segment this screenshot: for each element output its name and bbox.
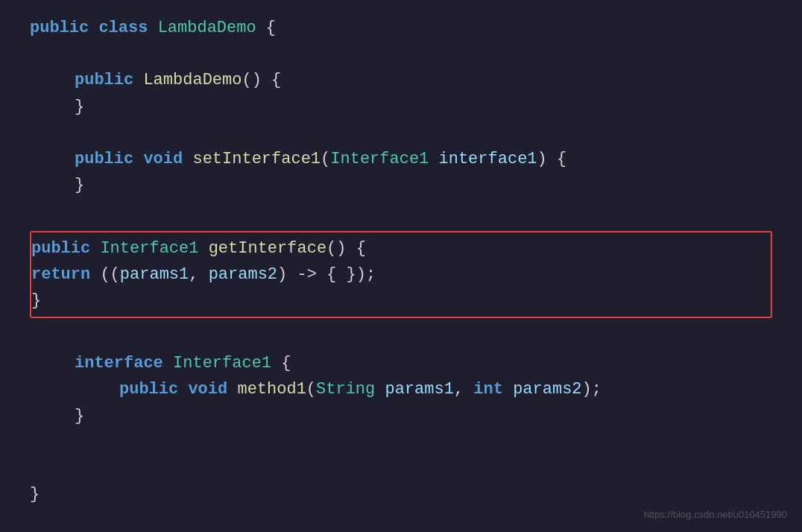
code-line-constructor-close: } (30, 94, 772, 120)
code-line-method1: public void method1 ( String params1 , i… (30, 376, 772, 402)
highlighted-method-block: public Interface1 getInterface () { retu… (30, 231, 772, 319)
watermark-text: https://blog.csdn.net/u010451990 (644, 507, 787, 523)
code-line-setter-open: public void setInterface1 ( Interface1 i… (30, 146, 772, 172)
code-line-blank-2 (30, 120, 772, 146)
code-line-blank-1 (30, 41, 772, 67)
code-line-blank-5 (30, 429, 772, 455)
code-line-blank-4 (30, 324, 772, 350)
code-line-getter-open: public Interface1 getInterface () { (31, 235, 771, 262)
code-line-interface-open: interface Interface1 { (30, 350, 772, 376)
code-line-return: return (( params1 , params2 ) -> { }); (31, 262, 771, 288)
code-line-1: public class LambdaDemo { (30, 15, 772, 41)
code-line-setter-close: } (30, 172, 772, 198)
class-name: LambdaDemo (158, 15, 256, 41)
code-line-class-close: } (30, 481, 772, 507)
keyword-public: public (30, 15, 89, 41)
code-line-getter-close: } (31, 288, 771, 314)
code-viewer: public class LambdaDemo { public LambdaD… (0, 0, 802, 532)
code-line-constructor-open: public LambdaDemo () { (30, 67, 772, 93)
code-line-blank-3 (30, 198, 772, 224)
code-line-blank-6 (30, 455, 772, 481)
keyword-class: class (98, 15, 148, 41)
code-line-interface-close: } (30, 403, 772, 429)
